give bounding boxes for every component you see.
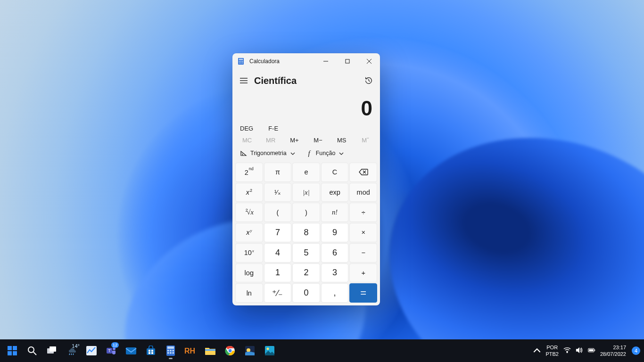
history-button[interactable]	[359, 72, 378, 89]
search-button[interactable]	[23, 341, 41, 360]
taskbar-app-rh[interactable]: RH	[181, 341, 200, 360]
svg-rect-36	[149, 350, 150, 352]
key-subtract[interactable]: −	[349, 243, 377, 263]
chevron-down-icon	[339, 150, 344, 156]
svg-rect-39	[151, 352, 153, 354]
svg-rect-3	[240, 61, 241, 62]
key-negate[interactable]: ⁺⁄₋	[264, 283, 292, 303]
memory-list[interactable]: Mˇ	[356, 137, 374, 144]
key-power[interactable]: xy	[235, 223, 263, 242]
key-pi[interactable]: π	[264, 163, 292, 182]
mode-title: Científica	[254, 75, 297, 86]
key-factorial[interactable]: n!	[321, 203, 349, 222]
svg-rect-2	[239, 61, 240, 62]
svg-rect-7	[242, 63, 243, 64]
svg-rect-21	[8, 351, 12, 355]
key-5[interactable]: 5	[292, 243, 320, 263]
key-ln[interactable]: ln	[235, 283, 263, 303]
svg-rect-45	[167, 352, 169, 354]
taskbar-app-teams[interactable]: T 12	[102, 341, 121, 360]
svg-point-54	[247, 348, 250, 352]
notifications-button[interactable]: 4	[632, 346, 640, 355]
svg-line-16	[369, 81, 370, 82]
taskbar-app-chrome[interactable]	[221, 341, 239, 360]
key-reciprocal[interactable]: ¹⁄ₓ	[264, 183, 292, 202]
memory-store[interactable]: MS	[333, 137, 351, 144]
wifi-icon[interactable]	[563, 346, 571, 355]
key-2[interactable]: 2	[292, 263, 320, 283]
date: 28/07/2022	[600, 351, 626, 357]
memory-minus[interactable]: M−	[309, 137, 327, 144]
key-log[interactable]: log	[235, 263, 263, 283]
svg-rect-43	[170, 350, 172, 352]
svg-rect-26	[50, 346, 56, 352]
angle-toggle[interactable]: DEG	[239, 123, 254, 134]
tray-overflow-button[interactable]	[533, 346, 541, 355]
start-button[interactable]	[3, 341, 22, 360]
task-view-button[interactable]	[42, 341, 61, 360]
key-6[interactable]: 6	[321, 243, 349, 263]
calculator-window: Calculadora Científica 0 DEG F-E MC MR	[232, 53, 380, 305]
battery-icon[interactable]	[588, 346, 595, 355]
keypad: 2nd π e C x2 ¹⁄ₓ |x| exp mod 2√x ( ) n! …	[232, 163, 380, 305]
clock[interactable]: 23:17 28/07/2022	[600, 344, 626, 357]
key-divide[interactable]: ÷	[349, 203, 377, 222]
svg-rect-37	[151, 350, 153, 352]
titlebar[interactable]: Calculadora	[232, 53, 380, 69]
key-9[interactable]: 9	[321, 223, 349, 242]
taskbar-app-photos[interactable]	[260, 341, 279, 360]
svg-rect-19	[8, 346, 12, 350]
taskbar-app-calculator[interactable]	[161, 341, 180, 360]
svg-line-24	[33, 352, 36, 355]
memory-plus[interactable]: M+	[285, 137, 303, 144]
weather-widget[interactable]: 14°	[62, 341, 81, 360]
trig-dropdown[interactable]: Trigonometria	[237, 148, 298, 159]
key-exp[interactable]: exp	[321, 183, 349, 202]
minimize-button[interactable]	[315, 53, 337, 69]
svg-text:T: T	[108, 348, 111, 353]
svg-rect-1	[239, 59, 243, 60]
taskbar-app-generic-1[interactable]	[240, 341, 259, 360]
svg-rect-4	[242, 61, 243, 62]
maximize-button[interactable]	[337, 53, 358, 69]
close-button[interactable]	[358, 53, 380, 69]
key-decimal[interactable]: ,	[321, 283, 349, 303]
key-sqrt[interactable]: 2√x	[235, 203, 263, 222]
svg-rect-34	[126, 347, 136, 354]
key-multiply[interactable]: ×	[349, 223, 377, 242]
key-1[interactable]: 1	[264, 263, 292, 283]
svg-point-56	[267, 348, 269, 350]
key-add[interactable]: +	[349, 263, 377, 283]
function-icon: f	[305, 149, 313, 157]
key-0[interactable]: 0	[292, 283, 320, 303]
key-ten-power[interactable]: 10x	[235, 243, 263, 263]
taskbar-app-store[interactable]	[141, 341, 160, 360]
volume-icon[interactable]	[576, 346, 583, 355]
key-lparen[interactable]: (	[264, 203, 292, 222]
taskbar-app-mail[interactable]	[122, 341, 140, 360]
svg-point-57	[567, 352, 568, 353]
key-backspace[interactable]	[349, 163, 377, 182]
fe-toggle[interactable]: F-E	[267, 123, 279, 134]
nav-menu-button[interactable]	[234, 72, 253, 89]
memory-clear[interactable]: MC	[238, 137, 256, 144]
key-equals[interactable]: =	[349, 283, 377, 303]
key-clear[interactable]: C	[321, 163, 349, 182]
memory-recall[interactable]: MR	[262, 137, 280, 144]
key-e[interactable]: e	[292, 163, 320, 182]
key-mod[interactable]: mod	[349, 183, 377, 202]
key-3[interactable]: 3	[321, 263, 349, 283]
key-4[interactable]: 4	[264, 243, 292, 263]
taskbar-app-explorer[interactable]	[201, 341, 220, 360]
taskbar-app-stocks[interactable]	[82, 341, 101, 360]
key-rparen[interactable]: )	[292, 203, 320, 222]
key-7[interactable]: 7	[264, 223, 292, 242]
function-dropdown[interactable]: f Função	[303, 148, 347, 159]
svg-rect-20	[13, 346, 17, 350]
key-abs[interactable]: |x|	[292, 183, 320, 202]
key-square[interactable]: x2	[235, 183, 263, 202]
language-indicator[interactable]: POR PTB2	[545, 344, 559, 357]
key-second[interactable]: 2nd	[235, 163, 263, 182]
key-8[interactable]: 8	[292, 223, 320, 242]
result-display: 0	[232, 90, 380, 122]
